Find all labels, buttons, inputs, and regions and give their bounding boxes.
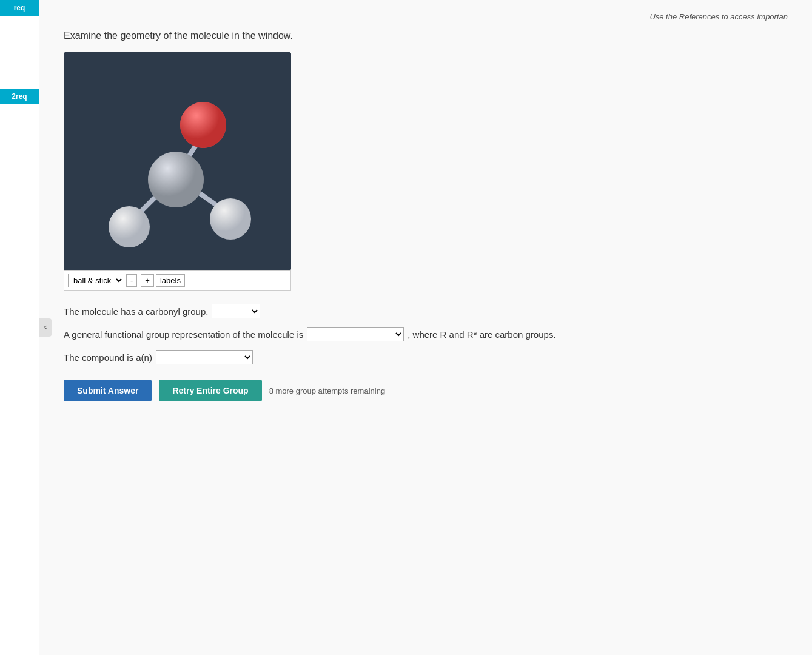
zoom-out-button[interactable]: - xyxy=(126,274,137,287)
svg-point-8 xyxy=(109,206,150,247)
question-2-text-before: A general functional group representatio… xyxy=(64,329,303,340)
chevron-left-icon: < xyxy=(43,323,47,332)
retry-entire-group-button[interactable]: Retry Entire Group xyxy=(159,380,261,401)
main-content: Use the References to access importan Ex… xyxy=(39,0,812,655)
functional-group-select[interactable]: R-CO-R' R-CHO R-COOH R-CO-NH2 xyxy=(307,327,404,341)
carbonyl-group-select[interactable]: yes no xyxy=(212,304,260,318)
sidebar: req 2req < xyxy=(0,0,39,655)
sidebar-collapse-button[interactable]: < xyxy=(39,318,52,337)
references-bar: Use the References to access importan xyxy=(64,12,788,21)
zoom-in-button[interactable]: + xyxy=(141,274,154,287)
question-3-text: The compound is a(n) xyxy=(64,352,152,363)
question-2-text-after: , where R and R* are carbon groups. xyxy=(408,329,555,340)
submit-answer-button[interactable]: Submit Answer xyxy=(64,380,152,401)
question-2-row: A general functional group representatio… xyxy=(64,327,788,341)
molecule-viewer[interactable] xyxy=(64,52,291,270)
question-1-row: The molecule has a carbonyl group. yes n… xyxy=(64,304,788,318)
question-instruction: Examine the geometry of the molecule in … xyxy=(64,30,788,41)
viewer-controls: ball & stick spacefill stick wireframe -… xyxy=(64,270,291,291)
questions-section: The molecule has a carbonyl group. yes n… xyxy=(64,304,788,364)
view-mode-select[interactable]: ball & stick spacefill stick wireframe xyxy=(68,274,124,287)
sidebar-tab-2req[interactable]: 2req xyxy=(0,89,39,104)
action-buttons: Submit Answer Retry Entire Group 8 more … xyxy=(64,380,788,401)
labels-button[interactable]: labels xyxy=(156,274,185,287)
attempts-remaining-text: 8 more group attempts remaining xyxy=(269,386,385,395)
question-1-text: The molecule has a carbonyl group. xyxy=(64,306,208,317)
svg-point-9 xyxy=(210,198,251,240)
svg-point-7 xyxy=(148,152,204,207)
question-3-row: The compound is a(n) ketone aldehyde car… xyxy=(64,350,788,364)
compound-type-select[interactable]: ketone aldehyde carboxylic acid ester am… xyxy=(156,350,253,364)
sidebar-tab-req[interactable]: req xyxy=(0,0,39,16)
svg-point-6 xyxy=(180,102,226,148)
